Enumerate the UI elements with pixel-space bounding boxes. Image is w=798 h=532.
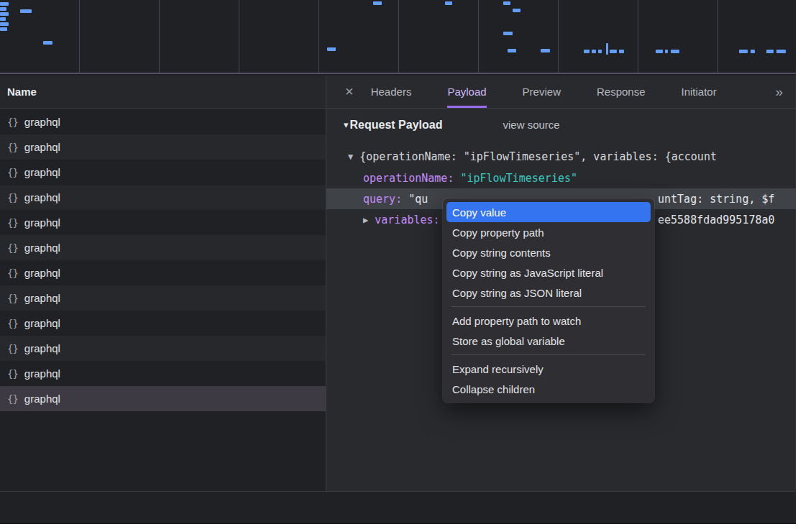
menu-item-copy-string-as-javascript-literal[interactable]: Copy string as JavaScript literal (446, 262, 651, 283)
devtools-screenshot: Name {} graphql {} graphql {} graphql {}… (0, 0, 798, 532)
timeline-request-bar (766, 50, 774, 53)
request-name: graphql (24, 141, 60, 153)
menu-item-collapse-children[interactable]: Collapse children (446, 379, 651, 399)
network-request-row[interactable]: {} graphql (0, 336, 326, 361)
expander-open-icon[interactable]: ▼ (348, 152, 353, 162)
tab-preview[interactable]: Preview (523, 75, 561, 108)
property-value-end: untTag: string, $f (658, 193, 775, 206)
menu-item-expand-recursively[interactable]: Expand recursively (446, 359, 651, 379)
devtools-window: Name {} graphql {} graphql {} graphql {}… (0, 0, 796, 524)
request-name: graphql (24, 267, 60, 279)
timeline-request-bar (503, 1, 510, 5)
timeline-request-bar (776, 50, 786, 53)
request-name: graphql (24, 393, 60, 405)
json-braces-icon: {} (7, 368, 18, 380)
section-expander-icon[interactable]: ▾ (344, 119, 349, 130)
request-name: graphql (24, 317, 60, 329)
timeline-request-bar (513, 9, 520, 12)
tab-headers[interactable]: Headers (371, 75, 412, 108)
expander-closed-icon[interactable]: ▶ (363, 215, 368, 225)
timeline-request-bar (503, 32, 513, 35)
timeline-request-bar (606, 43, 608, 55)
timeline-request-bar (671, 50, 679, 53)
view-source-link[interactable]: view source (503, 119, 559, 131)
timeline-request-bar (445, 1, 452, 5)
timeline-request-bar (619, 50, 624, 53)
timeline-request-bar (508, 49, 516, 52)
menu-item-copy-value[interactable]: Copy value (446, 202, 651, 222)
network-request-row[interactable]: {} graphql (0, 160, 326, 185)
json-braces-icon: {} (7, 242, 18, 254)
network-request-row[interactable]: {} graphql (0, 260, 326, 285)
request-payload-section-header[interactable]: ▾ Request Payload view source (326, 114, 796, 135)
json-braces-icon: {} (7, 217, 18, 229)
network-request-row[interactable]: {} graphql (0, 285, 326, 311)
more-tabs-chevron-icon[interactable]: » (775, 75, 796, 108)
menu-item-copy-string-as-json-literal[interactable]: Copy string as JSON literal (446, 283, 651, 303)
timeline-request-bar (20, 9, 32, 13)
timeline-request-bar (0, 2, 9, 6)
payload-operationname-row[interactable]: operationName: "ipFlowTimeseries" (326, 168, 796, 188)
network-request-row[interactable]: {} graphql (0, 311, 326, 336)
timeline-request-bar (0, 7, 6, 11)
menu-item-copy-property-path[interactable]: Copy property path (446, 222, 651, 242)
json-braces-icon: {} (7, 343, 18, 354)
timeline-request-bar (598, 50, 602, 53)
property-key: operationName: (363, 172, 460, 185)
context-menu: Copy valueCopy property pathCopy string … (443, 198, 654, 403)
json-braces-icon: {} (7, 393, 18, 405)
spacer (368, 214, 375, 226)
network-request-row[interactable]: {} graphql (0, 109, 326, 134)
request-name: graphql (24, 166, 60, 178)
menu-separator (451, 306, 646, 307)
tab-payload[interactable]: Payload (447, 75, 486, 108)
name-column-label: Name (7, 86, 37, 98)
json-braces-icon: {} (7, 116, 18, 128)
property-key: query: (363, 193, 408, 206)
detail-tab-bar: × HeadersPayloadPreviewResponseInitiator… (326, 75, 796, 109)
payload-summary-text (353, 150, 359, 163)
timeline-request-bar (373, 1, 382, 5)
timeline-request-bar (656, 50, 663, 53)
json-braces-icon: {} (7, 142, 18, 153)
network-request-row[interactable]: {} graphql (0, 361, 326, 386)
timeline-request-bar (0, 12, 9, 16)
request-name: graphql (24, 367, 60, 380)
timeline-request-bar (592, 50, 596, 53)
menu-item-copy-string-contents[interactable]: Copy string contents (446, 242, 651, 262)
json-braces-icon: {} (7, 318, 18, 329)
close-icon[interactable]: × (345, 75, 354, 108)
network-request-list: {} graphql {} graphql {} graphql {} grap… (0, 109, 326, 411)
property-value-start: "qu (408, 193, 428, 206)
network-request-row[interactable]: {} graphql (0, 134, 326, 160)
json-braces-icon: {} (7, 293, 18, 304)
timeline-request-bar (751, 50, 755, 53)
json-braces-icon: {} (7, 267, 18, 279)
menu-item-add-property-path-to-watch[interactable]: Add property path to watch (446, 311, 651, 331)
timeline-request-bar (610, 50, 617, 53)
payload-root-row[interactable]: ▼ {operationName: "ipFlowTimeseries", va… (326, 146, 796, 167)
request-name: graphql (24, 292, 60, 304)
network-overview-timeline[interactable] (0, 0, 796, 74)
menu-item-store-as-global-variable[interactable]: Store as global variable (446, 331, 651, 351)
payload-summary: {operationName: "ipFlowTimeseries", vari… (359, 150, 717, 163)
request-name: graphql (24, 116, 60, 128)
property-key: variables: (375, 214, 446, 226)
property-value: "ipFlowTimeseries" (460, 172, 577, 185)
property-value-end: ee5588fdad995178a0 (658, 214, 775, 226)
tab-initiator[interactable]: Initiator (682, 75, 717, 108)
network-request-row[interactable]: {} graphql (0, 386, 326, 411)
network-name-column-header[interactable]: Name (0, 75, 326, 109)
network-request-row[interactable]: {} graphql (0, 185, 326, 210)
request-name: graphql (24, 242, 60, 254)
network-footer-bar (0, 491, 796, 524)
menu-separator (451, 354, 646, 355)
timeline-request-bar (739, 50, 748, 53)
timeline-request-bar (327, 47, 336, 51)
json-braces-icon: {} (7, 167, 18, 178)
network-request-row[interactable]: {} graphql (0, 235, 326, 260)
tab-response[interactable]: Response (597, 75, 646, 108)
network-request-row[interactable]: {} graphql (0, 210, 326, 235)
timeline-request-bar (665, 50, 668, 53)
json-braces-icon: {} (7, 192, 18, 203)
